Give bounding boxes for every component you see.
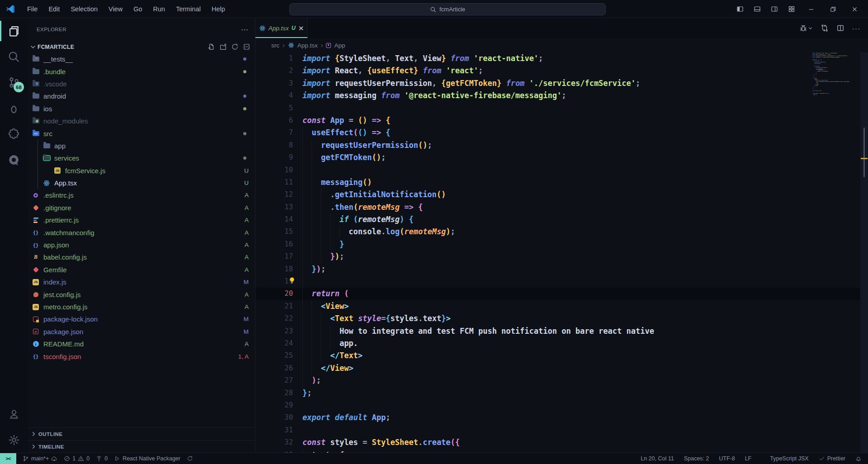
toggle-sidebar-icon[interactable] [733,2,747,16]
status-indentation[interactable]: Spaces: 2 [684,455,709,462]
tree-item-services[interactable]: services [28,152,255,164]
scrollbar-track[interactable] [860,52,868,453]
tree-item-babel-config-js[interactable]: Bbabel.config.jsA [28,251,255,263]
status-cursor-position[interactable]: Ln 20, Col 11 [641,455,674,462]
status-encoding[interactable]: UTF-8 [719,455,735,462]
menu-bar: FileEditSelectionViewGoRunTerminalHelp [22,3,231,15]
chevron-down-icon [29,43,37,51]
menu-help[interactable]: Help [206,3,231,15]
lightbulb-icon[interactable] [288,277,296,284]
close-window-button[interactable] [845,0,863,18]
new-file-icon[interactable] [208,43,215,51]
tree-item-package-json[interactable]: npackage.jsonM [28,326,255,338]
code-editor[interactable]: 1import {StyleSheet, Text, View} from 'r… [255,52,868,453]
new-folder-icon[interactable] [219,43,227,51]
tree-item--gitignore[interactable]: .gitignoreA [28,202,255,214]
menu-view[interactable]: View [103,3,128,15]
tree-item-src[interactable]: src [28,127,255,139]
tree-item--watchmanconfig[interactable]: {}.watchmanconfigA [28,226,255,238]
minimize-button[interactable] [802,0,820,18]
editor-more-actions-icon[interactable]: ··· [852,24,861,32]
code-line-22: 22 <Text style={styles.text}> [255,312,860,325]
status-sync-status[interactable] [187,455,193,462]
project-section-header[interactable]: FCMARTICLE [28,41,255,53]
toggle-secondary-sidebar-icon[interactable] [768,2,781,16]
tree-item-node-modules[interactable]: node_modules [28,115,255,127]
tree-item-tsconfig-json[interactable]: {}tsconfig.json1, A [28,350,255,362]
collapse-folders-icon[interactable] [243,43,250,51]
tree-item--bundle[interactable]: .bundle [28,65,255,77]
tree-item-ios[interactable]: ios [28,103,255,115]
tree-item--vscode[interactable]: .vscode [28,78,255,90]
tree-item-jest-config-js[interactable]: jest.config.jsA [28,288,255,300]
breadcrumb-item-app-tsx[interactable]: App.tsx [297,42,318,49]
status-rn-packager[interactable]: React Native Packager [114,455,180,462]
tree-item-readme-md[interactable]: iREADME.mdA [28,338,255,350]
tree-item-metro-config-js[interactable]: JSmetro.config.jsA [28,301,255,313]
menu-selection[interactable]: Selection [65,3,103,15]
activity-search[interactable] [0,44,28,70]
code-line-28: 28}; [255,387,860,399]
files-icon [8,25,20,37]
tree-item-gemfile[interactable]: GemfileA [28,264,255,276]
tree-item-app[interactable]: app [28,140,255,152]
menu-run[interactable]: Run [148,3,171,15]
restore-button[interactable] [824,0,842,18]
command-center-search[interactable]: fcmArticle [289,3,606,15]
activity-extension-puzzle[interactable] [0,121,28,147]
menu-file[interactable]: File [22,3,43,15]
tree-item-app-tsx[interactable]: App.tsxU [28,177,255,189]
run-debug-button[interactable] [799,24,813,32]
minimap[interactable]: import {StyleSheet, Text, View} from 're… [812,52,850,453]
chevron-right-icon [30,443,37,450]
status-problems[interactable]: 10 [64,455,90,462]
scrollbar-slider[interactable] [863,128,865,177]
status-notifications-bell[interactable] [855,455,862,462]
code-line-18: 18 }); [255,263,860,275]
activity-explorer[interactable] [0,18,28,44]
refresh-explorer-icon[interactable] [231,43,239,51]
activity-source-control[interactable]: 68 [0,70,28,95]
timeline-section[interactable]: TIMELINE [28,440,255,453]
tab-app-tsx[interactable]: App.tsx U ✕ [255,18,308,38]
activity-accounts[interactable] [0,401,28,427]
tree-item-package-lock-json[interactable]: package-lock.jsonM [28,313,255,325]
status-text: 1 [72,455,75,462]
tree-item-app-json[interactable]: {}app.jsonA [28,239,255,251]
activity-settings[interactable] [0,427,28,453]
split-editor-icon[interactable] [836,24,844,32]
status-language-mode[interactable]: TypeScript JSX [761,455,808,462]
menu-go[interactable]: Go [128,3,147,15]
menu-terminal[interactable]: Terminal [170,3,206,15]
tree-item--tests-[interactable]: __tests__ [28,53,255,65]
status-ports[interactable]: 0 [96,455,108,462]
toggle-panel-icon[interactable] [750,2,764,16]
activity-extension-q[interactable] [0,147,28,173]
customize-layout-icon[interactable] [785,2,798,16]
menu-edit[interactable]: Edit [43,3,65,15]
tree-item-label: metro.config.js [43,303,88,311]
editor-tab-bar: App.tsx U ✕ ··· [255,18,868,38]
activity-run-debug[interactable] [0,95,28,121]
minimap-line: text: { [812,94,850,95]
open-changes-icon[interactable] [821,24,829,32]
tree-item-android[interactable]: android [28,90,255,102]
status-remote-indicator[interactable]: >< [0,453,16,464]
status-eol[interactable]: LF [745,455,752,462]
tree-item-index-js[interactable]: JSindex.jsM [28,276,255,288]
breadcrumb-item-app[interactable]: App [334,42,345,49]
tree-item--eslintrc-js[interactable]: .eslintrc.jsA [28,189,255,201]
status-git-branch[interactable]: main*+ [23,455,57,462]
breadcrumb-separator: › [283,42,285,49]
tab-close-icon[interactable]: ✕ [298,25,304,32]
tree-item--prettierrc-js[interactable]: .prettierrc.jsA [28,214,255,226]
tree-item-fcmservice-js[interactable]: JSfcmService.jsU [28,165,255,177]
outline-section[interactable]: OUTLINE [28,427,255,440]
status-formatter[interactable]: Prettier [819,455,845,462]
breadcrumb-item-src[interactable]: src [271,42,279,49]
vscode-window: FileEditSelectionViewGoRunTerminalHelp f… [0,0,868,464]
explorer-more-actions-icon[interactable]: ⋯ [241,25,249,34]
sync-icon [187,455,193,462]
line-number: 23 [255,325,293,337]
folder-icon [43,142,50,149]
